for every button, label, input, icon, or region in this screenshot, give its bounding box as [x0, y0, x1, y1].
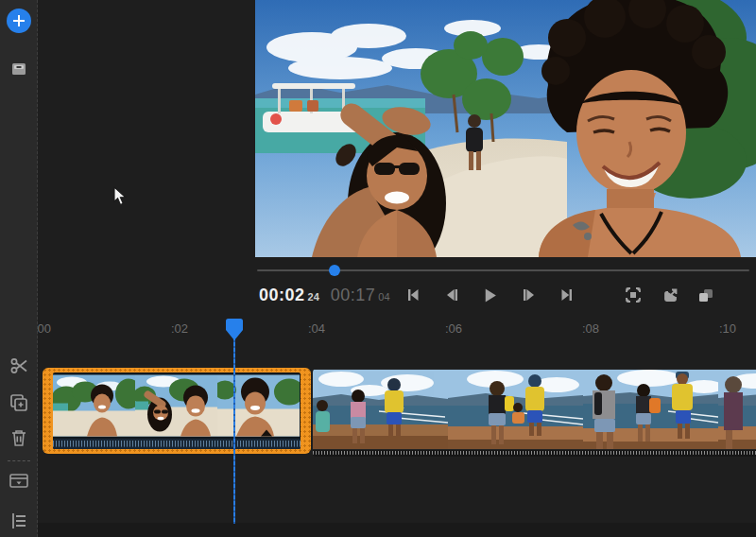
tray-icon [9, 473, 29, 494]
share-icon [662, 286, 679, 307]
clip-2-thumb-1 [313, 369, 448, 450]
clip-1-thumbnails [53, 372, 301, 439]
timeline-bottom-strip [38, 523, 756, 537]
ruler-tick-08: :08 [582, 321, 599, 336]
left-toolbar [0, 0, 38, 537]
play-button[interactable] [479, 286, 500, 307]
go-to-start-button[interactable] [403, 286, 423, 307]
clip-2-thumbnails [313, 369, 756, 450]
orientation-layout-button[interactable] [696, 286, 716, 307]
toolbar-divider [8, 460, 30, 461]
media-browser-button[interactable] [7, 59, 31, 83]
clip-2-thumb-4 [718, 369, 756, 450]
duration-frames: 04 [378, 291, 389, 303]
timeline-clip-2[interactable] [313, 369, 756, 457]
clip-2-thumb-3 [583, 369, 718, 450]
scrubber-handle[interactable] [329, 265, 340, 276]
current-timecode: 00:02 [259, 286, 305, 304]
add-media-button[interactable] [7, 9, 31, 33]
playhead-marker-icon [226, 319, 243, 340]
timeline-ruler[interactable]: :00 :02 :04 :06 :08 :10 [0, 314, 756, 346]
trash-icon [9, 428, 28, 451]
split-clip-button[interactable] [7, 355, 31, 380]
clip-1-audio-waveform [53, 439, 301, 449]
media-browser-icon [9, 60, 28, 82]
go-to-start-icon [405, 287, 421, 306]
duration-timecode: 00:17 [331, 286, 376, 304]
ruler-tick-06: :06 [445, 321, 462, 336]
add-track-button[interactable] [7, 471, 31, 495]
preview-frame-image [255, 0, 756, 257]
clip-2-thumb-2 [448, 369, 583, 450]
share-button[interactable] [661, 286, 681, 307]
transport-controls: 00:022400:1704 [255, 282, 756, 314]
clip-2-audio-waveform [313, 450, 756, 457]
step-forward-button[interactable] [519, 286, 540, 307]
clip-1-thumb-2 [135, 372, 217, 439]
video-preview [255, 0, 756, 257]
clip-1-thumb-1 [53, 372, 135, 439]
current-frames: 24 [308, 291, 319, 303]
playhead-line [233, 337, 235, 524]
mouse-cursor [113, 186, 128, 210]
step-back-icon [444, 287, 459, 306]
app-window: 00:022400:1704 :00 :02 :04 :06 [0, 0, 756, 537]
timeline-clip-1-selected[interactable] [43, 368, 311, 454]
orientation-layout-icon [697, 286, 714, 307]
fullscreen-icon [625, 286, 642, 307]
playhead-handle[interactable] [226, 319, 243, 344]
ruler-tick-02: :02 [171, 321, 188, 336]
delete-clip-button[interactable] [7, 427, 31, 452]
ruler-tick-04: :04 [308, 321, 325, 336]
go-to-end-button[interactable] [557, 286, 577, 307]
play-icon [482, 287, 498, 307]
go-to-end-icon [559, 287, 575, 306]
duplicate-clip-button[interactable] [7, 392, 31, 417]
ruler-tick-10: :10 [719, 321, 736, 336]
step-forward-icon [522, 287, 537, 306]
figure-small-left [316, 400, 330, 432]
step-back-button[interactable] [441, 286, 462, 307]
fullscreen-button[interactable] [623, 286, 644, 307]
clip-1-thumb-3 [217, 372, 300, 439]
duplicate-icon [9, 392, 29, 417]
track-list-icon [9, 511, 28, 534]
scissors-icon [9, 355, 29, 380]
expand-tracks-button[interactable] [7, 511, 31, 535]
timecode-display: 00:022400:1704 [259, 286, 390, 305]
plus-icon [7, 9, 31, 33]
